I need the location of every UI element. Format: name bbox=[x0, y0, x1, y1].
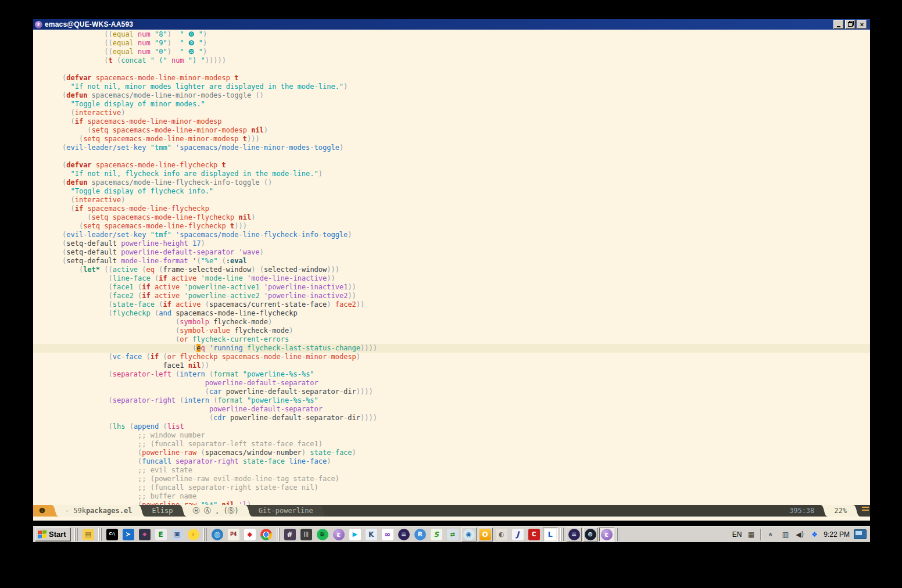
viewer-4d-icon[interactable]: ◉ bbox=[461, 528, 477, 542]
code-line: (cdr powerline-default-separator-dir)))) bbox=[33, 414, 870, 422]
editor-buffer[interactable]: ((equal num "8") " ❽ ") ((equal num "9")… bbox=[33, 30, 870, 505]
emacs-icon[interactable]: ε bbox=[331, 528, 346, 542]
modeline-minor-modes[interactable]: Ⓗ Ⓐ , (Ⓢ) bbox=[187, 505, 245, 517]
remote-pc-icon[interactable]: ▣ bbox=[170, 528, 185, 542]
r-lang-icon[interactable]: R bbox=[413, 528, 428, 542]
code-line bbox=[33, 152, 870, 161]
code-line: ;; window number bbox=[33, 431, 870, 440]
taskbar-grip[interactable] bbox=[203, 528, 207, 541]
snake-icon[interactable]: S bbox=[429, 528, 444, 542]
j-icon-glyph: J bbox=[512, 529, 524, 540]
code-line: ((equal num "9") " ❾ ") bbox=[33, 39, 870, 48]
restore-button[interactable] bbox=[845, 20, 856, 29]
hash-icon-glyph: # bbox=[284, 529, 296, 540]
code-line: ((equal num "0") " ❿ ") bbox=[33, 48, 870, 56]
gplay-icon[interactable]: ▶ bbox=[348, 528, 363, 542]
close-button[interactable]: × bbox=[857, 20, 867, 29]
start-button[interactable]: Start bbox=[35, 528, 71, 542]
perforce-icon[interactable]: P4 bbox=[226, 528, 241, 542]
show-desktop-icon[interactable] bbox=[854, 529, 867, 539]
title-bar[interactable]: ε emacs@QUE-WKS-AA593 × bbox=[33, 19, 870, 30]
outlook-icon[interactable]: O bbox=[478, 528, 493, 542]
eclipse2-icon[interactable]: ≡ bbox=[567, 528, 582, 542]
code-line: powerline-default-separator bbox=[33, 379, 870, 388]
ruby-icon-glyph: ◆ bbox=[244, 529, 256, 540]
modeline-buffer-percent[interactable]: 22% bbox=[828, 505, 853, 517]
clock[interactable]: 9:22 PM bbox=[824, 530, 850, 539]
perforce-icon-glyph: P4 bbox=[228, 529, 239, 540]
code-line: (powerline-raw "%*" nil 'l) bbox=[33, 501, 870, 505]
cyberduck-icon[interactable]: › bbox=[186, 528, 201, 542]
j-icon[interactable]: J bbox=[510, 528, 525, 542]
code-line: (setq-default powerline-default-separato… bbox=[33, 248, 870, 257]
modeline-buffer-info[interactable]: - 59k packages.el bbox=[59, 505, 138, 517]
emacs-active-icon[interactable]: ε bbox=[599, 528, 614, 542]
echo-area[interactable] bbox=[33, 517, 870, 521]
code-line: (defun spacemacs/mode-line-minor-modes-t… bbox=[33, 91, 870, 100]
modeline-window-number[interactable]: ❶ bbox=[33, 505, 51, 517]
code-line: (lhs (append (list bbox=[33, 422, 870, 431]
terminal-icon[interactable]: E bbox=[153, 528, 169, 542]
code-line: (face1 (if active 'powerline-active1 'po… bbox=[33, 283, 870, 292]
window-controls: × bbox=[833, 20, 868, 29]
spotify-icon[interactable]: ≋ bbox=[315, 528, 330, 542]
vs-icon[interactable]: ◆ bbox=[137, 528, 152, 542]
modeline-line-column[interactable]: 395:38 bbox=[783, 505, 820, 517]
modeline-major-mode[interactable]: Elisp bbox=[146, 505, 178, 517]
modeline-filler[interactable] bbox=[327, 505, 783, 517]
outlook-icon-glyph: O bbox=[479, 529, 491, 540]
code-line: (evil-leader/set-key "tmf" 'spacemacs/mo… bbox=[33, 231, 870, 239]
taskbar-grip[interactable] bbox=[74, 528, 78, 541]
network-icon[interactable]: ▥ bbox=[780, 529, 790, 540]
language-indicator[interactable]: EN bbox=[732, 530, 742, 539]
sync-pc-icon[interactable]: ⇄ bbox=[445, 528, 460, 542]
hash-icon[interactable]: # bbox=[282, 528, 298, 542]
keepass-icon[interactable]: K bbox=[364, 528, 379, 542]
infinity-icon-glyph: ∞ bbox=[382, 529, 393, 540]
cyberduck-icon-glyph: › bbox=[188, 529, 199, 540]
keyboard-icon[interactable]: ▦ bbox=[746, 529, 756, 540]
dropbox-icon[interactable]: ❖ bbox=[809, 529, 819, 540]
red-c-icon[interactable]: C bbox=[527, 528, 542, 542]
taskbar-grip[interactable] bbox=[560, 528, 564, 541]
modeline-end-stub[interactable] bbox=[861, 505, 870, 517]
powershell-icon[interactable]: ≻ bbox=[121, 528, 136, 542]
bars-icon-glyph: ||| bbox=[300, 529, 312, 540]
folder-icon[interactable]: ▤ bbox=[81, 528, 96, 542]
start-label: Start bbox=[49, 530, 66, 539]
bars-icon[interactable]: ||| bbox=[299, 528, 314, 542]
taskbar-grip[interactable] bbox=[98, 528, 102, 541]
chrome-icon-glyph bbox=[260, 529, 272, 540]
ruby-icon[interactable]: ◆ bbox=[242, 528, 257, 542]
minimize-button[interactable] bbox=[833, 20, 844, 29]
code-line: powerline-default-separator bbox=[33, 405, 870, 414]
mode-line: ❶- 59k packages.elElispⒽ Ⓐ , (Ⓢ)Git-powe… bbox=[33, 505, 870, 517]
red-c-icon-glyph: C bbox=[528, 529, 540, 540]
steam-icon[interactable]: ⊚ bbox=[583, 528, 598, 542]
powershell-icon-glyph: ≻ bbox=[123, 529, 134, 540]
code-line: (setq-default powerline-height 17) bbox=[33, 239, 870, 248]
cmd-icon[interactable]: C:\ bbox=[105, 528, 120, 542]
chevron-up-icon[interactable]: « bbox=[765, 529, 776, 540]
restore-icon bbox=[848, 22, 853, 27]
taskbar-grip[interactable] bbox=[276, 528, 280, 541]
globe-icon[interactable]: ◍ bbox=[210, 528, 225, 542]
modeline-version-control[interactable]: Git-powerline bbox=[253, 505, 319, 517]
taskbar-grip[interactable] bbox=[617, 528, 621, 541]
eclipse-icon[interactable]: ≡ bbox=[396, 528, 411, 542]
infinity-icon[interactable]: ∞ bbox=[380, 528, 395, 542]
l-viewer-icon-glyph: L bbox=[545, 529, 556, 540]
l-viewer-icon[interactable]: L bbox=[543, 528, 558, 542]
emacs-icon-glyph: ε bbox=[333, 529, 345, 540]
gplay-icon-glyph: ▶ bbox=[349, 529, 361, 540]
taskbar: Start ▤C:\≻◆E▣›◍P4◆#|||≋ε▶K∞≡RS⇄◉O◐JCL≡⊚… bbox=[33, 526, 870, 542]
minimize-icon bbox=[837, 26, 840, 27]
code-line bbox=[33, 65, 870, 74]
volume-icon[interactable]: ◀) bbox=[794, 529, 805, 540]
chrome-icon[interactable] bbox=[259, 528, 274, 542]
code-line: ;; buffer name bbox=[33, 492, 870, 501]
code-line: (defun spacemacs/mode-line-flycheck-info… bbox=[33, 178, 870, 187]
terminal-icon-glyph: E bbox=[155, 529, 167, 540]
window-title: emacs@QUE-WKS-AA593 bbox=[45, 20, 133, 28]
gimp-icon[interactable]: ◐ bbox=[494, 528, 509, 542]
